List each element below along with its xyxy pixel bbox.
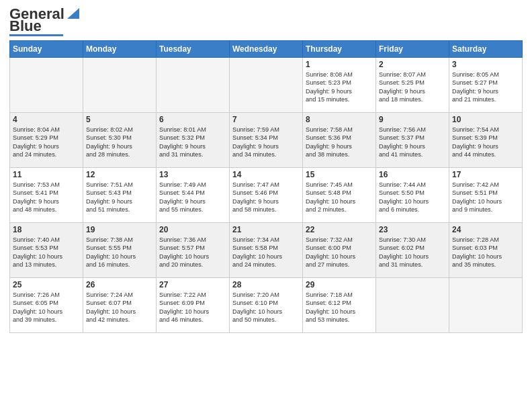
day-info: Sunrise: 8:04 AM Sunset: 5:29 PM Dayligh… (13, 126, 80, 159)
logo-blue: Blue (9, 19, 42, 34)
day-number: 21 (232, 225, 300, 234)
day-number: 14 (232, 170, 300, 179)
calendar-cell: 9Sunrise: 7:56 AM Sunset: 5:37 PM Daylig… (376, 113, 449, 168)
day-number: 28 (232, 280, 300, 289)
day-info: Sunrise: 7:49 AM Sunset: 5:44 PM Dayligh… (159, 181, 226, 214)
week-row-2: 4Sunrise: 8:04 AM Sunset: 5:29 PM Daylig… (10, 113, 523, 168)
day-number: 1 (306, 60, 373, 69)
calendar-cell: 16Sunrise: 7:44 AM Sunset: 5:50 PM Dayli… (376, 168, 449, 223)
day-info: Sunrise: 7:59 AM Sunset: 5:34 PM Dayligh… (232, 126, 300, 159)
calendar-cell: 24Sunrise: 7:28 AM Sunset: 6:03 PM Dayli… (449, 223, 523, 278)
day-info: Sunrise: 7:45 AM Sunset: 5:48 PM Dayligh… (306, 181, 373, 214)
day-info: Sunrise: 8:08 AM Sunset: 5:23 PM Dayligh… (306, 71, 373, 104)
calendar-cell: 18Sunrise: 7:40 AM Sunset: 5:53 PM Dayli… (10, 223, 83, 278)
calendar-cell: 25Sunrise: 7:26 AM Sunset: 6:05 PM Dayli… (10, 278, 83, 333)
calendar-cell (83, 58, 157, 113)
calendar-cell: 11Sunrise: 7:53 AM Sunset: 5:41 PM Dayli… (10, 168, 83, 223)
calendar-cell (449, 278, 523, 333)
calendar-cell: 4Sunrise: 8:04 AM Sunset: 5:29 PM Daylig… (10, 113, 83, 168)
day-info: Sunrise: 8:05 AM Sunset: 5:27 PM Dayligh… (452, 71, 519, 104)
day-number: 24 (452, 225, 519, 234)
day-info: Sunrise: 7:30 AM Sunset: 6:02 PM Dayligh… (379, 236, 446, 269)
calendar-table: SundayMondayTuesdayWednesdayThursdayFrid… (9, 40, 523, 333)
day-number: 3 (452, 60, 519, 69)
calendar-cell (376, 278, 449, 333)
day-number: 12 (86, 170, 153, 179)
col-header-thursday: Thursday (303, 41, 376, 58)
calendar-cell (157, 58, 230, 113)
day-number: 5 (86, 115, 153, 124)
calendar-cell: 23Sunrise: 7:30 AM Sunset: 6:02 PM Dayli… (376, 223, 449, 278)
day-number: 19 (86, 225, 153, 234)
calendar-cell: 12Sunrise: 7:51 AM Sunset: 5:43 PM Dayli… (83, 168, 157, 223)
calendar-cell: 2Sunrise: 8:07 AM Sunset: 5:25 PM Daylig… (376, 58, 449, 113)
calendar-cell: 29Sunrise: 7:18 AM Sunset: 6:12 PM Dayli… (303, 278, 376, 333)
day-info: Sunrise: 7:36 AM Sunset: 5:57 PM Dayligh… (159, 236, 226, 269)
day-number: 23 (379, 225, 446, 234)
day-number: 6 (159, 115, 226, 124)
header: General Blue (9, 7, 523, 36)
day-info: Sunrise: 7:54 AM Sunset: 5:39 PM Dayligh… (452, 126, 519, 159)
calendar-cell: 13Sunrise: 7:49 AM Sunset: 5:44 PM Dayli… (157, 168, 230, 223)
day-number: 17 (452, 170, 519, 179)
day-number: 15 (306, 170, 373, 179)
day-number: 8 (306, 115, 373, 124)
day-number: 9 (379, 115, 446, 124)
logo-arrow-icon (66, 7, 81, 21)
day-info: Sunrise: 7:24 AM Sunset: 6:07 PM Dayligh… (86, 291, 153, 324)
day-number: 27 (159, 280, 226, 289)
day-number: 13 (159, 170, 226, 179)
day-info: Sunrise: 8:01 AM Sunset: 5:32 PM Dayligh… (159, 126, 226, 159)
day-info: Sunrise: 8:02 AM Sunset: 5:30 PM Dayligh… (86, 126, 153, 159)
calendar-cell (10, 58, 83, 113)
day-number: 11 (13, 170, 80, 179)
col-header-tuesday: Tuesday (157, 41, 230, 58)
calendar-cell: 1Sunrise: 8:08 AM Sunset: 5:23 PM Daylig… (303, 58, 376, 113)
day-info: Sunrise: 7:18 AM Sunset: 6:12 PM Dayligh… (306, 291, 373, 324)
calendar-cell (230, 58, 303, 113)
calendar-cell: 17Sunrise: 7:42 AM Sunset: 5:51 PM Dayli… (449, 168, 523, 223)
day-info: Sunrise: 7:34 AM Sunset: 5:58 PM Dayligh… (232, 236, 300, 269)
calendar-cell: 27Sunrise: 7:22 AM Sunset: 6:09 PM Dayli… (157, 278, 230, 333)
day-number: 16 (379, 170, 446, 179)
calendar-cell: 20Sunrise: 7:36 AM Sunset: 5:57 PM Dayli… (157, 223, 230, 278)
day-info: Sunrise: 7:47 AM Sunset: 5:46 PM Dayligh… (232, 181, 300, 214)
day-info: Sunrise: 7:26 AM Sunset: 6:05 PM Dayligh… (13, 291, 80, 324)
col-header-wednesday: Wednesday (230, 41, 303, 58)
day-info: Sunrise: 7:22 AM Sunset: 6:09 PM Dayligh… (159, 291, 226, 324)
day-info: Sunrise: 7:42 AM Sunset: 5:51 PM Dayligh… (452, 181, 519, 214)
day-number: 7 (232, 115, 300, 124)
col-header-saturday: Saturday (449, 41, 523, 58)
logo: General Blue (9, 7, 81, 36)
calendar-cell: 19Sunrise: 7:38 AM Sunset: 5:55 PM Dayli… (83, 223, 157, 278)
day-info: Sunrise: 7:38 AM Sunset: 5:55 PM Dayligh… (86, 236, 153, 269)
week-row-5: 25Sunrise: 7:26 AM Sunset: 6:05 PM Dayli… (10, 278, 523, 333)
day-info: Sunrise: 8:07 AM Sunset: 5:25 PM Dayligh… (379, 71, 446, 104)
day-info: Sunrise: 7:51 AM Sunset: 5:43 PM Dayligh… (86, 181, 153, 214)
calendar-cell: 14Sunrise: 7:47 AM Sunset: 5:46 PM Dayli… (230, 168, 303, 223)
day-number: 10 (452, 115, 519, 124)
calendar-cell: 5Sunrise: 8:02 AM Sunset: 5:30 PM Daylig… (83, 113, 157, 168)
day-number: 2 (379, 60, 446, 69)
day-number: 18 (13, 225, 80, 234)
col-header-friday: Friday (376, 41, 449, 58)
col-header-sunday: Sunday (10, 41, 83, 58)
calendar-cell: 6Sunrise: 8:01 AM Sunset: 5:32 PM Daylig… (157, 113, 230, 168)
svg-marker-0 (67, 8, 79, 19)
day-number: 25 (13, 280, 80, 289)
header-row: SundayMondayTuesdayWednesdayThursdayFrid… (10, 41, 523, 58)
day-info: Sunrise: 7:58 AM Sunset: 5:36 PM Dayligh… (306, 126, 373, 159)
week-row-4: 18Sunrise: 7:40 AM Sunset: 5:53 PM Dayli… (10, 223, 523, 278)
day-number: 26 (86, 280, 153, 289)
day-info: Sunrise: 7:53 AM Sunset: 5:41 PM Dayligh… (13, 181, 80, 214)
day-info: Sunrise: 7:44 AM Sunset: 5:50 PM Dayligh… (379, 181, 446, 214)
logo-underline (9, 34, 63, 36)
calendar-cell: 10Sunrise: 7:54 AM Sunset: 5:39 PM Dayli… (449, 113, 523, 168)
day-number: 4 (13, 115, 80, 124)
calendar-cell: 7Sunrise: 7:59 AM Sunset: 5:34 PM Daylig… (230, 113, 303, 168)
calendar-cell: 8Sunrise: 7:58 AM Sunset: 5:36 PM Daylig… (303, 113, 376, 168)
day-info: Sunrise: 7:40 AM Sunset: 5:53 PM Dayligh… (13, 236, 80, 269)
calendar-cell: 21Sunrise: 7:34 AM Sunset: 5:58 PM Dayli… (230, 223, 303, 278)
week-row-3: 11Sunrise: 7:53 AM Sunset: 5:41 PM Dayli… (10, 168, 523, 223)
page: General Blue SundayMondayTuesdayWednesda… (0, 0, 532, 340)
